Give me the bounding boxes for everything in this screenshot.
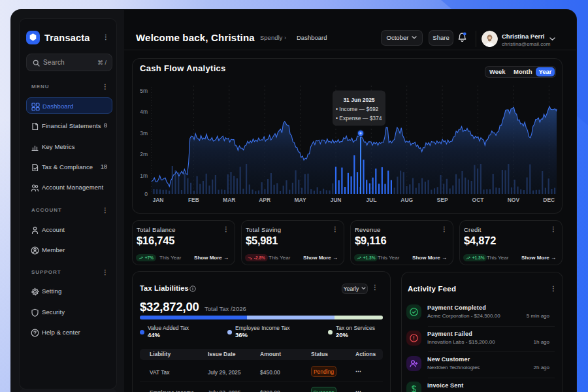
svg-text:2m: 2m (140, 151, 148, 157)
svg-text:DEC: DEC (543, 197, 555, 203)
svg-text:JUL: JUL (366, 197, 376, 203)
svg-text:OCT: OCT (472, 197, 485, 203)
svg-text:31 Jun 2025: 31 Jun 2025 (343, 97, 374, 103)
svg-text:0: 0 (144, 191, 148, 197)
svg-text:JUN: JUN (330, 197, 341, 203)
svg-text:1m: 1m (140, 172, 148, 179)
svg-text:• Income — $692: • Income — $692 (336, 106, 379, 112)
svg-text:MAY: MAY (295, 197, 306, 203)
svg-text:• Expense — $374: • Expense — $374 (336, 115, 382, 122)
svg-text:5m: 5m (140, 88, 148, 94)
svg-text:MAR: MAR (223, 197, 235, 203)
svg-text:JAN: JAN (152, 197, 163, 203)
svg-text:SEP: SEP (437, 197, 448, 203)
svg-text:FEB: FEB (188, 197, 199, 203)
svg-text:NOV: NOV (508, 197, 520, 203)
svg-text:AUG: AUG (400, 197, 413, 203)
svg-text:APR: APR (259, 197, 270, 203)
svg-text:4m: 4m (140, 108, 148, 115)
svg-text:3m: 3m (140, 130, 148, 137)
